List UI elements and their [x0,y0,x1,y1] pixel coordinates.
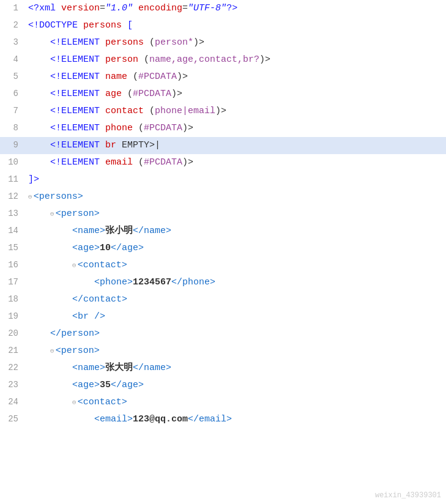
line-number: 16 [0,257,23,274]
code-line: 15 <age>10</age> [0,240,446,257]
watermark: weixin_43939301 [375,490,441,502]
code-line: 18 </contact> [0,291,446,308]
code-line: 23 <age>35</age> [0,377,446,394]
code-line: 5 <!ELEMENT name (#PCDATA)> [0,69,446,86]
line-content: <!ELEMENT persons (person*)> [23,34,446,51]
line-number: 22 [0,360,23,377]
code-line: 12⊖<persons> [0,188,446,206]
code-line: 7 <!ELEMENT contact (phone|email)> [0,103,446,120]
line-number: 4 [0,51,23,69]
line-content: ⊖<contact> [23,394,446,411]
line-content: <!ELEMENT phone (#PCDATA)> [23,120,446,137]
line-number: 6 [0,86,23,103]
line-content: <!ELEMENT person (name,age,contact,br?)> [23,51,446,69]
line-number: 11 [0,171,23,188]
code-line: 2<!DOCTYPE persons [ [0,17,446,34]
line-number: 12 [0,188,23,206]
code-line: 16 ⊖<contact> [0,257,446,274]
line-content: <!ELEMENT age (#PCDATA)> [23,86,446,103]
line-number: 9 [0,137,23,154]
line-content: <!ELEMENT email (#PCDATA)> [23,154,446,171]
line-content: ⊖<person> [23,206,446,223]
code-line: 21 ⊖<person> [0,343,446,360]
code-line: 24 ⊖<contact> [0,394,446,411]
line-content: <?xml version="1.0" encoding="UTF-8"?> [23,0,446,17]
line-content: ⊖<contact> [23,257,446,274]
code-editor: 1<?xml version="1.0" encoding="UTF-8"?>2… [0,0,446,504]
line-content: <email>123@qq.com</email> [23,411,446,428]
code-line: 13 ⊖<person> [0,206,446,223]
line-content: ⊖<persons> [23,188,446,206]
code-line: 3 <!ELEMENT persons (person*)> [0,34,446,51]
code-line: 19 <br /> [0,308,446,325]
code-line: 9 <!ELEMENT br EMPTY>| [0,137,446,154]
line-content: </contact> [23,291,446,308]
line-number: 17 [0,274,23,291]
line-content: </person> [23,325,446,343]
line-content: <phone>1234567</phone> [23,274,446,291]
line-number: 20 [0,325,23,343]
code-line: 14 <name>张小明</name> [0,223,446,240]
code-line: 8 <!ELEMENT phone (#PCDATA)> [0,120,446,137]
code-line: 10 <!ELEMENT email (#PCDATA)> [0,154,446,171]
line-content: <!ELEMENT name (#PCDATA)> [23,69,446,86]
line-number: 19 [0,308,23,325]
line-content: ⊖<person> [23,343,446,360]
code-line: 17 <phone>1234567</phone> [0,274,446,291]
line-number: 23 [0,377,23,394]
code-line: 11]> [0,171,446,188]
line-number: 8 [0,120,23,137]
code-line: 25 <email>123@qq.com</email> [0,411,446,428]
line-content: <!ELEMENT br EMPTY>| [23,137,446,154]
line-number: 14 [0,223,23,240]
line-number: 18 [0,291,23,308]
line-number: 3 [0,34,23,51]
line-number: 1 [0,0,23,17]
line-number: 25 [0,411,23,428]
line-content: <!ELEMENT contact (phone|email)> [23,103,446,120]
line-content: <name>张大明</name> [23,360,446,377]
code-line: 1<?xml version="1.0" encoding="UTF-8"?> [0,0,446,17]
code-line: 6 <!ELEMENT age (#PCDATA)> [0,86,446,103]
line-number: 13 [0,206,23,223]
line-number: 10 [0,154,23,171]
code-lines: 1<?xml version="1.0" encoding="UTF-8"?>2… [0,0,446,428]
line-content: ]> [23,171,446,188]
code-line: 4 <!ELEMENT person (name,age,contact,br?… [0,51,446,69]
code-line: 20 </person> [0,325,446,343]
line-content: <age>10</age> [23,240,446,257]
line-content: <!DOCTYPE persons [ [23,17,446,34]
line-number: 24 [0,394,23,411]
line-content: <br /> [23,308,446,325]
line-content: <name>张小明</name> [23,223,446,240]
line-number: 21 [0,343,23,360]
line-number: 7 [0,103,23,120]
line-number: 5 [0,69,23,86]
line-content: <age>35</age> [23,377,446,394]
line-number: 2 [0,17,23,34]
code-line: 22 <name>张大明</name> [0,360,446,377]
line-number: 15 [0,240,23,257]
